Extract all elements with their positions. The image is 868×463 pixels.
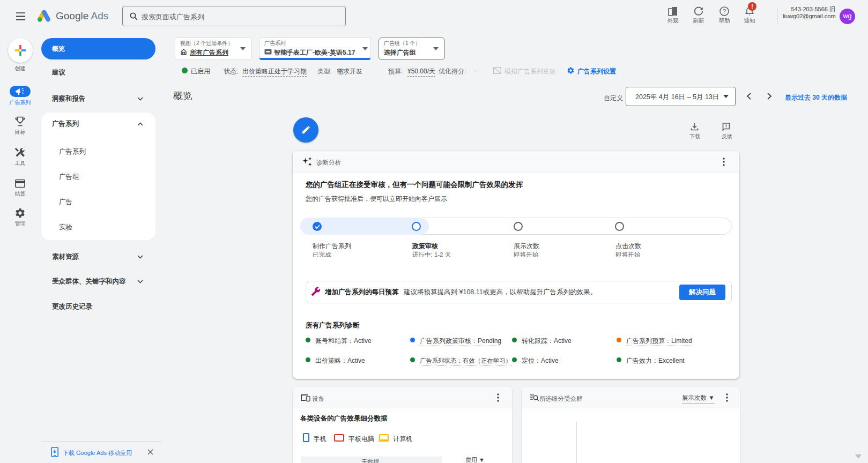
- svg-text:?: ?: [723, 8, 726, 14]
